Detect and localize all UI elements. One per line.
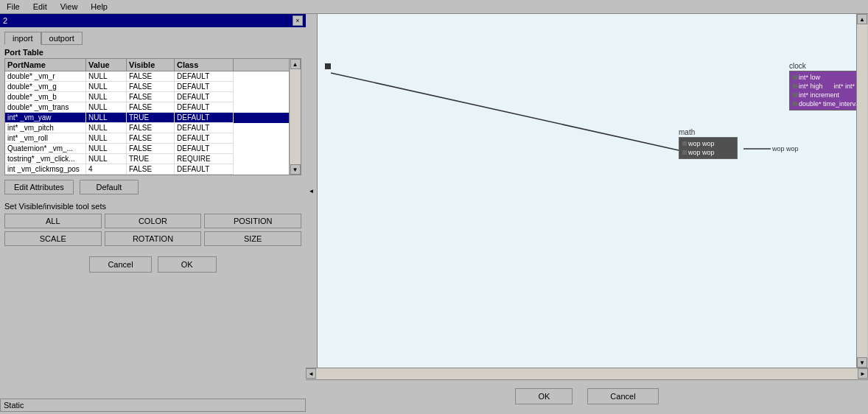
table-row[interactable]: double* _vm_b NULL FALSE DEFAULT [5,92,289,102]
cell-portname: double* _vm_g [5,82,86,92]
table-row[interactable]: int _vm_clickmsg_pos 4 FALSE DEFAULT [5,164,289,175]
dialog-titlebar: 2 × [0,14,306,27]
clock-port-interval-label: double* time_interval [799,100,861,108]
menu-bar: File Edit View Help [0,0,868,14]
edit-attributes-button[interactable]: Edit Attributes [4,180,74,194]
scroll-track [290,69,301,164]
v-scroll-up[interactable]: ▲ [857,14,867,24]
scroll-up-arrow[interactable]: ▲ [290,59,301,69]
dialog-content: inport outport Port Table PortName Value… [0,27,306,412]
cell-visible: FALSE [127,123,175,133]
cell-class: DEFAULT [175,133,234,144]
col-portname: PortName [5,59,86,71]
table-row[interactable]: int* _vm_pitch NULL FALSE DEFAULT [5,123,289,133]
clock-port-increment: int* increment [793,91,861,99]
menu-help[interactable]: Help [88,1,110,12]
table-row[interactable]: double* _vm_trans NULL FALSE DEFAULT [5,102,289,113]
canvas-v-scrollbar[interactable]: ▲ ▼ [856,14,868,368]
cell-portname: int* _vm_pitch [5,123,86,133]
static-bar: Static [0,399,306,412]
col-value: Value [86,59,127,71]
cell-class: DEFAULT [175,92,234,102]
toolset-size-button[interactable]: SIZE [204,231,301,246]
tab-inport[interactable]: inport [4,32,41,45]
col-class: Class [175,59,234,71]
cell-visible: FALSE [127,92,175,102]
port-table-header: PortName Value Visible Class [5,59,289,71]
svg-line-0 [331,73,679,150]
node-clock[interactable]: clock int* low int* high int* int* [789,62,864,110]
h-scroll-right[interactable]: ► [858,368,868,379]
menu-view[interactable]: View [58,1,80,12]
table-row[interactable]: int* _vm_roll NULL FALSE DEFAULT [5,133,289,144]
clock-port-interval: double* time_interval [793,99,861,108]
math-port-2: wop wop [682,148,734,157]
cell-class: DEFAULT [175,144,234,154]
clock-port-low: int* low [793,73,861,82]
canvas-h-scrollbar[interactable]: ◄ ► [306,368,868,379]
toolset-color-button[interactable]: COLOR [105,214,202,228]
canvas-ok-button[interactable]: OK [515,388,573,404]
cell-portname: tostring* _vm_click... [5,154,86,164]
table-scrollbar[interactable]: ▲ ▼ [289,59,301,175]
cell-value: NULL [86,133,127,144]
cell-portname: double* _vm_r [5,71,86,82]
outer-window: File Edit View Help 2 × inport outport P… [0,0,868,414]
clock-port-low-label: int* low [799,74,820,81]
toolsets-label: Set Visible/invisible tool sets [4,202,301,211]
port-dot-icon [793,102,797,106]
cell-portname: double* _vm_b [5,92,86,102]
cell-visible: FALSE [127,102,175,113]
table-row[interactable]: double* _vm_r NULL FALSE DEFAULT [5,71,289,82]
wop-label-connection: wop wop [772,145,799,152]
cell-value: 4 [86,164,127,175]
table-row-selected[interactable]: int* _vm_yaw NULL TRUE DEFAULT [5,113,289,123]
menu-file[interactable]: File [4,1,22,12]
cell-value: NULL [86,123,127,133]
canvas-cancel-button[interactable]: Cancel [587,388,658,404]
table-row[interactable]: double* _vm_g NULL FALSE DEFAULT [5,82,289,92]
port-dot-icon [793,93,797,97]
math-port-2-label: wop wop [688,149,715,156]
h-scroll-track [316,368,858,379]
clock-port-increment-label: int* increment [799,91,839,99]
toolset-all-button[interactable]: ALL [4,214,102,228]
port-dot-icon [793,75,797,80]
dialog-panel: 2 × inport outport Port Table PortName [0,14,306,412]
menu-edit[interactable]: Edit [31,1,49,12]
port-table-body: double* _vm_r NULL FALSE DEFAULT double*… [5,71,289,175]
cell-class: DEFAULT [175,164,234,175]
dialog-close-button[interactable]: × [293,15,303,26]
h-scroll-left[interactable]: ◄ [306,368,316,379]
cell-class: REQUIRE [175,154,234,164]
toolset-rotation-button[interactable]: ROTATION [105,231,202,246]
cell-visible: FALSE [127,82,175,92]
port-dot-icon [793,84,797,88]
scroll-down-arrow[interactable]: ▼ [290,164,301,175]
cell-value: NULL [86,154,127,164]
cell-class: DEFAULT [175,113,234,123]
toolset-position-button[interactable]: POSITION [204,214,301,228]
cell-class: DEFAULT [175,82,234,92]
canvas-left-scroll[interactable]: ◄ [309,188,315,194]
dialog-title: 2 [3,16,7,25]
node-math[interactable]: math wop wop wop wop [679,128,738,159]
table-row[interactable]: Quaternion* _vm_... NULL FALSE DEFAULT [5,144,289,154]
toolset-scale-button[interactable]: SCALE [4,231,102,246]
ok-button[interactable]: OK [158,256,217,273]
port-dot-icon [682,141,687,146]
port-dot-icon [682,150,687,155]
cell-visible: FALSE [127,133,175,144]
cell-portname: int _vm_clickmsg_pos [5,164,86,175]
cell-class: DEFAULT [175,123,234,133]
cell-portname: double* _vm_trans [5,102,86,113]
tab-outport[interactable]: outport [41,32,83,45]
cancel-button[interactable]: Cancel [89,256,151,273]
cell-visible: TRUE [127,113,175,123]
cell-class: DEFAULT [175,71,234,82]
node-math-label: math [679,128,738,136]
default-button[interactable]: Default [80,180,139,194]
table-row[interactable]: tostring* _vm_click... NULL TRUE REQUIRE [5,154,289,164]
v-scroll-down[interactable]: ▼ [857,357,867,368]
toolset-grid: ALL COLOR POSITION SCALE ROTATION SIZE [4,214,301,246]
